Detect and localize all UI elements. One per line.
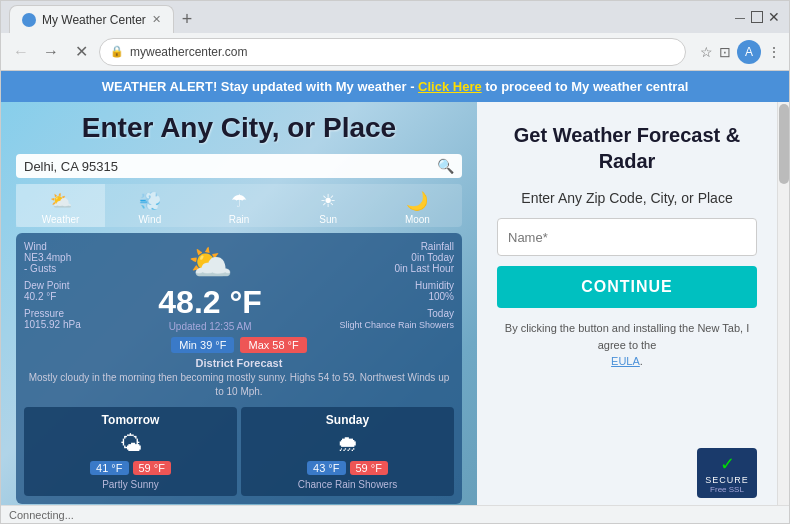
forecast-sunday: Sunday 🌧 43 °F 59 °F Chance Rain Showers xyxy=(241,407,454,496)
search-box: 🔍 xyxy=(16,154,462,178)
weather-card: Wind NE3.4mph - Gusts Dew Point 40.2 °F … xyxy=(16,233,462,504)
pressure-stat: Pressure 1015.92 hPa xyxy=(24,308,81,330)
rainfall-stat: Rainfall 0in Today 0in Last Hour xyxy=(339,241,454,274)
tab-sun[interactable]: ☀ Sun xyxy=(284,184,373,227)
rainfall-label: Rainfall xyxy=(421,241,454,252)
lock-icon: 🔒 xyxy=(110,45,124,58)
right-panel-subtitle: Enter Any Zip Code, City, or Place xyxy=(497,190,757,206)
address-bar-row: ← → ✕ 🔒 myweathercenter.com ☆ ⊡ A ⋮ xyxy=(1,33,789,71)
sunday-high: 59 °F xyxy=(350,461,388,475)
alert-link[interactable]: Click Here xyxy=(418,79,482,94)
weather-main: Wind NE3.4mph - Gusts Dew Point 40.2 °F … xyxy=(24,241,454,333)
forward-button[interactable]: → xyxy=(39,40,63,64)
wind-stat: Wind NE3.4mph - Gusts xyxy=(24,241,81,274)
weather-center: ⛅ 48.2 °F Updated 12:35 AM xyxy=(158,242,262,332)
page-content: WEATHER ALERT! Stay updated with My weat… xyxy=(1,71,789,505)
district-forecast-desc: Mostly cloudy in the morning then becomi… xyxy=(24,371,454,399)
sunday-desc: Chance Rain Showers xyxy=(247,479,448,490)
back-button[interactable]: ← xyxy=(9,40,33,64)
tab-weather[interactable]: ⛅ Weather xyxy=(16,184,105,227)
maximize-button[interactable] xyxy=(751,11,763,23)
eula-link[interactable]: EULA xyxy=(611,355,640,367)
city-search-input[interactable] xyxy=(24,159,437,174)
sunday-low: 43 °F xyxy=(307,461,345,475)
today-stat: Today Slight Chance Rain Showers xyxy=(339,308,454,330)
weather-tab-icon: ⛅ xyxy=(50,190,72,212)
profile-button[interactable]: A xyxy=(737,40,761,64)
status-text: Connecting... xyxy=(9,509,74,521)
sunday-label: Sunday xyxy=(247,413,448,427)
bookmark-icon[interactable]: ☆ xyxy=(700,44,713,60)
alert-text-before: WEATHER ALERT! Stay updated with My weat… xyxy=(102,79,418,94)
updated-time: Updated 12:35 AM xyxy=(158,321,262,332)
status-bar: Connecting... xyxy=(1,505,789,523)
name-input[interactable] xyxy=(497,218,757,256)
rain-tab-label: Rain xyxy=(229,214,250,225)
tab-bar: My Weather Center ✕ + xyxy=(9,1,725,33)
today-desc: Slight Chance Rain Showers xyxy=(339,320,454,330)
reload-button[interactable]: ✕ xyxy=(69,40,93,64)
forecast-tomorrow: Tomorrow 🌤 41 °F 59 °F Partly Sunny xyxy=(24,407,237,496)
alert-bar: WEATHER ALERT! Stay updated with My weat… xyxy=(1,71,789,102)
tomorrow-low: 41 °F xyxy=(90,461,128,475)
window-controls: — ✕ xyxy=(733,10,781,24)
humidity-value: 100% xyxy=(428,291,454,302)
sun-icon: ⛅ xyxy=(158,242,262,284)
tab-close-button[interactable]: ✕ xyxy=(152,13,161,26)
district-forecast-title: District Forecast xyxy=(24,357,454,369)
new-tab-button[interactable]: + xyxy=(174,5,201,33)
pressure-label: Pressure xyxy=(24,308,64,319)
tab-favicon-icon xyxy=(22,13,36,27)
temp-max-badge: Max 58 °F xyxy=(240,337,306,353)
search-icon[interactable]: 🔍 xyxy=(437,158,454,174)
forecast-row: Tomorrow 🌤 41 °F 59 °F Partly Sunny Sund… xyxy=(24,407,454,496)
minimize-button[interactable]: — xyxy=(733,10,747,24)
tomorrow-temps: 41 °F 59 °F xyxy=(30,461,231,475)
temperature-display: 48.2 °F xyxy=(158,284,262,321)
comodo-badge: ✓ SECURE Free SSL xyxy=(497,448,757,498)
moon-tab-icon: 🌙 xyxy=(406,190,428,212)
wind-sub: - Gusts xyxy=(24,263,56,274)
more-icon[interactable]: ⋮ xyxy=(767,44,781,60)
active-tab[interactable]: My Weather Center ✕ xyxy=(9,5,174,33)
rain-tab-icon: ☂ xyxy=(231,190,247,212)
weather-tab-label: Weather xyxy=(42,214,80,225)
temp-range: Min 39 °F Max 58 °F xyxy=(24,337,454,353)
continue-button[interactable]: CONTINUE xyxy=(497,266,757,308)
comodo-checkmark-icon: ✓ xyxy=(720,453,735,475)
tab-rain[interactable]: ☂ Rain xyxy=(194,184,283,227)
wind-tab-label: Wind xyxy=(138,214,161,225)
close-button[interactable]: ✕ xyxy=(767,10,781,24)
rainfall-today: 0in Today xyxy=(411,252,454,263)
disclaimer-text: By clicking the button and installing th… xyxy=(497,320,757,370)
tomorrow-icon: 🌤 xyxy=(30,431,231,457)
dew-point-stat: Dew Point 40.2 °F xyxy=(24,280,81,302)
weather-stats-right: Rainfall 0in Today 0in Last Hour Humidit… xyxy=(339,241,454,333)
tomorrow-desc: Partly Sunny xyxy=(30,479,231,490)
comodo-secure-icon: ✓ SECURE Free SSL xyxy=(697,448,757,498)
right-panel-title: Get Weather Forecast & Radar xyxy=(497,122,757,174)
wind-label: Wind xyxy=(24,241,47,252)
address-bar[interactable]: 🔒 myweathercenter.com xyxy=(99,38,686,66)
humidity-stat: Humidity 100% xyxy=(339,280,454,302)
tomorrow-high: 59 °F xyxy=(133,461,171,475)
tab-wind[interactable]: 💨 Wind xyxy=(105,184,194,227)
address-text: myweathercenter.com xyxy=(130,45,675,59)
title-bar: My Weather Center ✕ + — ✕ xyxy=(1,1,789,33)
today-label: Today xyxy=(427,308,454,319)
weather-stats-left: Wind NE3.4mph - Gusts Dew Point 40.2 °F … xyxy=(24,241,81,333)
sunday-temps: 43 °F 59 °F xyxy=(247,461,448,475)
left-panel: Enter Any City, or Place 🔍 ⛅ Weather xyxy=(1,102,477,505)
tab-moon[interactable]: 🌙 Moon xyxy=(373,184,462,227)
tab-title: My Weather Center xyxy=(42,13,146,27)
wind-value: NE3.4mph xyxy=(24,252,71,263)
sun-tab-label: Sun xyxy=(319,214,337,225)
humidity-label: Humidity xyxy=(415,280,454,291)
sun-tab-icon: ☀ xyxy=(320,190,336,212)
scrollbar[interactable] xyxy=(777,102,789,505)
cast-icon[interactable]: ⊡ xyxy=(719,44,731,60)
main-area: Enter Any City, or Place 🔍 ⛅ Weather xyxy=(1,102,777,505)
address-actions: ☆ ⊡ A ⋮ xyxy=(700,40,781,64)
scroll-thumb[interactable] xyxy=(779,104,789,184)
browser-window: My Weather Center ✕ + — ✕ ← → ✕ 🔒 myweat… xyxy=(0,0,790,524)
